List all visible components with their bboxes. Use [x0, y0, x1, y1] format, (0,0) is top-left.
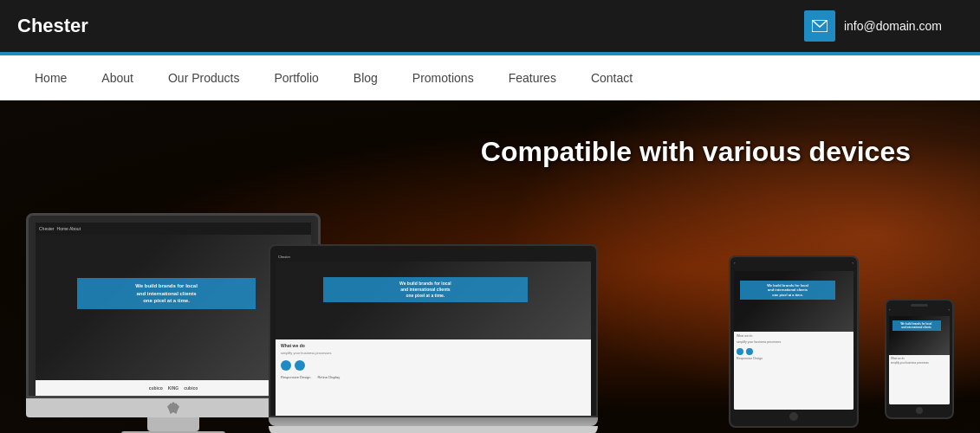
logo2: KING — [168, 385, 179, 391]
laptop-bottom: What we do simplify your business proces… — [276, 339, 591, 416]
nav-link-products[interactable]: Our Products — [151, 57, 256, 99]
tablet-circle-1 — [737, 348, 743, 355]
tablet-blue-box: We build brands for local and internatio… — [740, 281, 835, 301]
nav-link-promotions[interactable]: Promotions — [395, 57, 491, 99]
imac-text-line1: We build brands for local — [135, 283, 198, 288]
laptop-circle-1 — [281, 360, 291, 371]
imac-mini-header: Chester Home About — [36, 223, 311, 235]
nav-link-portfolio[interactable]: Portfolio — [256, 57, 335, 99]
laptop-hero-mini: We build brands for local and internatio… — [276, 262, 591, 339]
laptop-screen-wrapper: Chester We build brands for local and in… — [269, 244, 598, 417]
laptop-logo-text: Chester — [278, 255, 290, 259]
devices-container: Chester Home About We build brands for l… — [0, 142, 980, 433]
laptop-what-we-do: What we do — [281, 343, 586, 348]
laptop-screen: Chester We build brands for local and in… — [276, 251, 591, 416]
imac-nav-text: Home About — [57, 226, 81, 231]
nav-link-features[interactable]: Features — [491, 57, 574, 99]
phone-speaker — [911, 304, 928, 307]
apple-logo — [167, 402, 179, 414]
laptop-blue-box: We build brands for local and internatio… — [323, 277, 529, 302]
email-text: info@domain.com — [844, 19, 942, 33]
main-nav: Home About Our Products Portfolio Blog P… — [0, 55, 980, 100]
laptop-base — [269, 417, 598, 426]
email-contact: info@domain.com — [783, 0, 963, 52]
nav-link-about[interactable]: About — [84, 57, 151, 99]
laptop-mini-header: Chester — [276, 251, 591, 262]
laptop-responsive: Responsive Design — [281, 375, 310, 379]
nav-item-home[interactable]: Home — [17, 57, 84, 99]
phone-frame: We build brands for local and internatio… — [885, 299, 954, 419]
phone-hero-mini: We build brands for local and internatio… — [889, 316, 950, 355]
imac-stand — [147, 417, 199, 431]
nav-item-contact[interactable]: Contact — [574, 57, 650, 99]
phone-mini-header — [889, 309, 950, 316]
phone-device: We build brands for local and internatio… — [885, 299, 954, 419]
tablet-screen: We build brands for local and internatio… — [734, 262, 853, 410]
nav-link-blog[interactable]: Blog — [336, 57, 395, 99]
phone-text2: and international clients — [901, 326, 931, 329]
tablet-text3: one pixel at a time. — [772, 293, 803, 297]
tablet-text1: We build brands for local — [767, 283, 808, 288]
laptop-device: Chester We build brands for local and in… — [269, 244, 598, 433]
laptop-text-line2: and international clients — [400, 287, 451, 292]
nav-item-products[interactable]: Our Products — [151, 57, 256, 99]
nav-item-blog[interactable]: Blog — [336, 57, 395, 99]
laptop-screen-content: Chester We build brands for local and in… — [276, 251, 591, 416]
email-icon — [804, 10, 835, 42]
tablet-title: What we do — [737, 334, 851, 339]
header-contact: info@domain.com 123 456 789 — [783, 0, 963, 52]
nav-item-promotions[interactable]: Promotions — [395, 57, 491, 99]
site-logo[interactable]: Chester — [17, 15, 88, 37]
nav-link-contact[interactable]: Contact — [574, 57, 650, 99]
laptop-subtitle: simplify your business processes — [281, 351, 586, 356]
tablet-hero-mini: We build brands for local and internatio… — [734, 271, 853, 332]
imac-logo-text: Chester — [39, 226, 55, 231]
laptop-text-line3: one pixel at a time. — [406, 293, 445, 298]
header: Chester info@domain.com 123 456 789 — [0, 0, 980, 52]
laptop-circles — [281, 360, 586, 371]
nav-item-portfolio[interactable]: Portfolio — [256, 57, 335, 99]
nav-list: Home About Our Products Portfolio Blog P… — [17, 57, 650, 99]
nav-item-about[interactable]: About — [84, 57, 151, 99]
laptop-circle-2 — [295, 360, 305, 371]
imac-text-line2: and international clients — [137, 291, 197, 296]
tablet-circles — [737, 348, 851, 355]
laptop-retina: Retina Display — [317, 375, 340, 379]
phone-screen: We build brands for local and internatio… — [889, 309, 950, 404]
imac-text-line3: one pixel at a time. — [143, 298, 190, 303]
laptop-text-line1: We build brands for local — [399, 281, 451, 286]
nav-link-home[interactable]: Home — [17, 57, 84, 99]
tablet-responsive: Responsive Design — [737, 357, 851, 361]
phone-bottom: What we do simplify your business proces… — [889, 355, 950, 404]
tablet-mini-header — [734, 262, 853, 271]
phone-blue-box: We build brands for local and internatio… — [892, 320, 941, 331]
tablet-bottom: What we do simplify your business proces… — [734, 332, 853, 410]
tablet-device: We build brands for local and internatio… — [729, 255, 859, 428]
imac-blue-box: We build brands for local and internatio… — [77, 278, 256, 308]
tablet-frame: We build brands for local and internatio… — [729, 255, 859, 428]
nav-item-features[interactable]: Features — [491, 57, 574, 99]
tablet-text2: and international clients — [768, 288, 808, 292]
tablet-subtitle: simplify your business processes — [737, 340, 851, 345]
phone-home-button — [916, 407, 923, 414]
laptop-keyboard — [269, 426, 598, 433]
tablet-home-button — [789, 412, 798, 421]
logo1: cubico — [149, 385, 163, 391]
tablet-circle-2 — [746, 348, 753, 355]
phone-subtitle: simplify your business processes — [891, 361, 948, 365]
hero-section: Compatible with various devices Chester … — [0, 100, 980, 433]
logo3: cubico — [184, 385, 198, 391]
